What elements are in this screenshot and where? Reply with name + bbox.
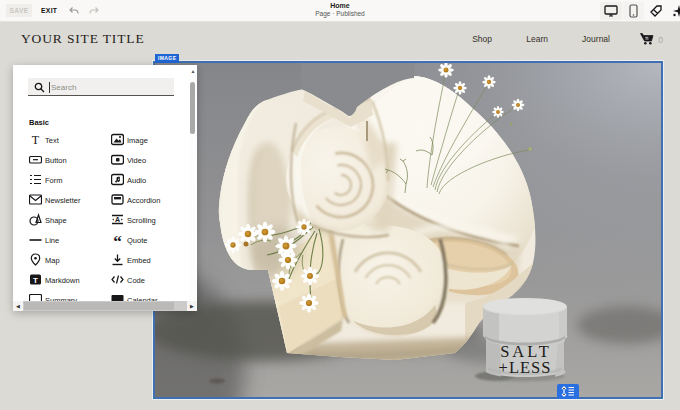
svg-text:T: T [33, 276, 38, 285]
svg-text:“: “ [113, 233, 122, 246]
svg-text:+LESS: +LESS [499, 358, 552, 377]
svg-text:A: A [115, 216, 120, 223]
svg-text:T: T [32, 133, 40, 146]
